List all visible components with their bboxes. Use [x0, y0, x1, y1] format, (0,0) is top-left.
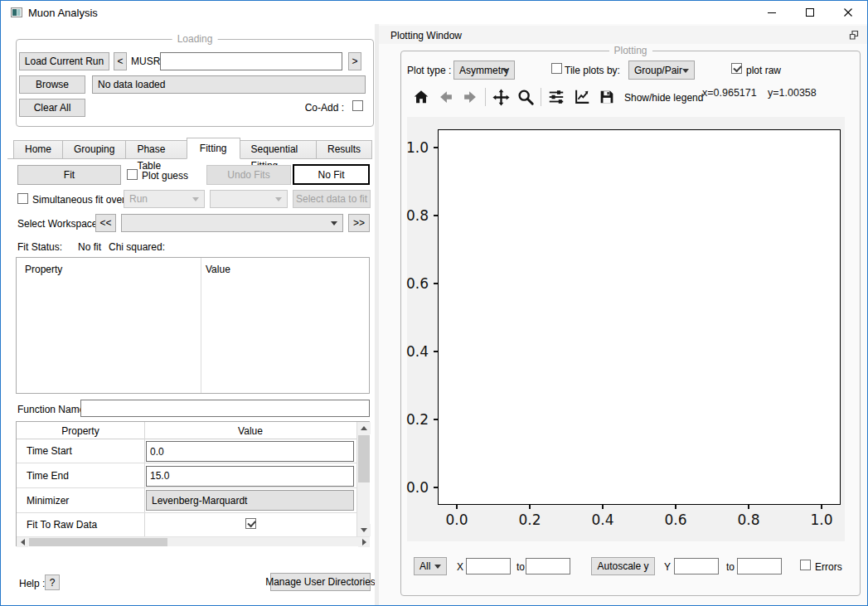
- scroll-right-button[interactable]: [358, 537, 370, 547]
- float-dock-icon[interactable]: [848, 29, 860, 41]
- maximize-button[interactable]: [791, 1, 829, 24]
- y-tick-mark: [434, 487, 438, 488]
- x-from-input[interactable]: [466, 558, 511, 574]
- help-label: Help :: [19, 578, 45, 589]
- titlebar: Muon Analysis: [1, 1, 867, 24]
- previous-run-button[interactable]: <: [114, 52, 127, 70]
- row-property-label: Fit To Raw Data: [27, 519, 97, 531]
- select-data-to-fit-button: Select data to fit: [293, 190, 371, 208]
- window-controls: [753, 1, 867, 24]
- plot-raw-checkbox[interactable]: [731, 63, 742, 74]
- tile-plots-checkbox[interactable]: [551, 63, 562, 74]
- pan-button[interactable]: [490, 86, 512, 108]
- time-end-input[interactable]: [146, 466, 354, 487]
- result-property-header: Property: [25, 264, 62, 275]
- minimize-button[interactable]: [753, 1, 791, 24]
- fit-status-label: Fit Status:: [17, 241, 62, 253]
- scroll-down-button[interactable]: [357, 524, 371, 536]
- tile-by-combo[interactable]: Group/Pair: [628, 61, 695, 80]
- close-button[interactable]: [829, 1, 867, 24]
- next-run-button[interactable]: >: [348, 52, 361, 70]
- coadd-label: Co-Add :: [293, 102, 344, 114]
- hscroll-thumb[interactable]: [29, 538, 167, 546]
- y-tick-mark: [434, 283, 438, 284]
- tab-fitting[interactable]: Fitting: [187, 138, 240, 159]
- manage-user-directories-button[interactable]: Manage User Directories: [270, 573, 371, 591]
- load-current-run-button[interactable]: Load Current Run: [19, 52, 109, 70]
- fit-over-combo: Run: [124, 190, 205, 208]
- x-tick-mark: [821, 505, 822, 509]
- plotting-legend: Plotting: [609, 45, 652, 56]
- close-icon: [843, 7, 853, 17]
- x-tick-mark: [675, 505, 676, 509]
- customize-plot-button[interactable]: [571, 86, 593, 108]
- show-hide-legend-button[interactable]: Show/hide legend: [624, 92, 703, 104]
- browse-button[interactable]: Browse: [19, 75, 85, 94]
- fit-to-raw-checkbox[interactable]: [245, 518, 256, 529]
- down-arrow-icon: [361, 528, 367, 532]
- x-tick-label: 0.4: [591, 511, 613, 528]
- sliders-icon: [547, 88, 565, 106]
- table-row-time-start: Time Start: [17, 439, 356, 463]
- save-button[interactable]: [596, 86, 618, 108]
- simultaneous-fit-checkbox[interactable]: [17, 193, 28, 204]
- y-tick-label: 0.0: [406, 479, 429, 496]
- y-from-input[interactable]: [674, 558, 719, 574]
- forward-button: [459, 86, 481, 108]
- x-tick-mark: [529, 505, 531, 509]
- y-to-input[interactable]: [737, 558, 782, 574]
- tab-phase-table[interactable]: Phase Table: [125, 140, 187, 158]
- plotting-dock-titlebar: Plotting Window: [379, 26, 868, 44]
- home-icon: [412, 88, 430, 106]
- plot-axes[interactable]: 0.00.20.40.60.81.00.00.20.40.60.81.0: [438, 129, 841, 505]
- fit-button[interactable]: Fit: [17, 165, 121, 185]
- scroll-left-button[interactable]: [17, 537, 28, 547]
- help-button[interactable]: ?: [45, 574, 60, 590]
- tab-home[interactable]: Home: [13, 140, 63, 158]
- plot-type-combo[interactable]: Asymmetry: [453, 61, 515, 80]
- row-property-label: Time Start: [27, 445, 72, 457]
- pan-icon: [492, 88, 511, 107]
- workspace-previous-button[interactable]: <<: [95, 214, 116, 232]
- result-value-header: Value: [206, 264, 230, 275]
- instrument-label: MUSR: [131, 56, 160, 67]
- clear-all-button[interactable]: Clear All: [19, 99, 85, 117]
- function-name-input[interactable]: [80, 400, 370, 417]
- x-to-label: to: [516, 561, 525, 573]
- workspace-combo[interactable]: [121, 214, 343, 232]
- home-button[interactable]: [410, 86, 432, 108]
- no-fit-button[interactable]: No Fit: [293, 164, 370, 185]
- app-icon: [10, 6, 23, 19]
- settings-vscrollbar[interactable]: [356, 422, 370, 536]
- toolbar-separator: [485, 88, 486, 106]
- tab-results[interactable]: Results: [316, 140, 372, 158]
- time-start-input[interactable]: [146, 441, 354, 462]
- right-arrow-icon: [362, 539, 366, 545]
- workspace-next-button[interactable]: >>: [348, 214, 370, 232]
- scroll-up-button[interactable]: [357, 422, 371, 434]
- tab-grouping[interactable]: Grouping: [62, 140, 126, 158]
- autoscale-y-button[interactable]: Autoscale y: [591, 557, 655, 575]
- zoom-icon: [516, 88, 535, 106]
- errors-checkbox[interactable]: [800, 560, 811, 570]
- vscroll-thumb[interactable]: [358, 435, 370, 482]
- coadd-checkbox[interactable]: [352, 100, 363, 111]
- y-tick-label: 0.6: [406, 275, 429, 292]
- spectrum-combo[interactable]: All: [414, 557, 447, 575]
- plot-guess-checkbox[interactable]: [127, 169, 138, 180]
- x-tick-mark: [602, 505, 604, 509]
- select-workspace-label: Select Workspace: [17, 218, 98, 230]
- tab-sequential-fitting[interactable]: Sequential Fitting: [240, 140, 317, 158]
- simultaneous-fit-label: Simultaneous fit over: [32, 194, 125, 206]
- settings-hscrollbar[interactable]: [17, 536, 370, 546]
- tile-plots-label: Tile plots by:: [565, 65, 620, 76]
- zoom-button[interactable]: [515, 86, 536, 108]
- minimizer-combo[interactable]: Levenberg-Marquardt: [146, 490, 354, 511]
- tab-label: Phase Table: [137, 143, 165, 172]
- run-number-input[interactable]: [160, 52, 342, 70]
- x-to-input[interactable]: [526, 558, 570, 574]
- configure-subplots-button[interactable]: [546, 86, 567, 108]
- plot-figure: 0.00.20.40.60.81.00.00.20.40.60.81.0: [407, 117, 845, 541]
- function-name-label: Function Name: [17, 404, 85, 415]
- plot-guess-label: Plot guess: [142, 170, 188, 182]
